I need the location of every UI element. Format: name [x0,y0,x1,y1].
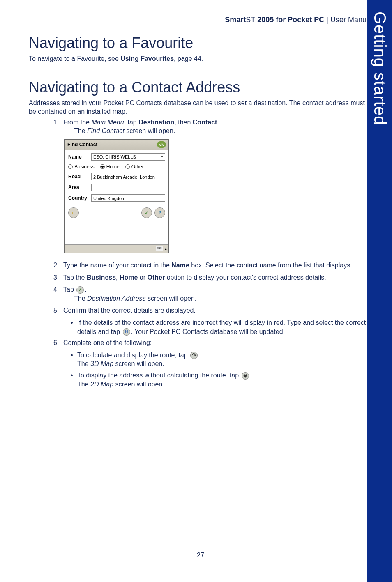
ppc-confirm-button[interactable]: ✓ [141,207,152,218]
ppc-title-text: Find Contact [67,142,97,147]
heading-fav: Navigating to a Favourite [29,35,372,52]
step-6-b1-sub: The 3D Map screen will open. [77,359,372,368]
ppc-road-input[interactable]: 2 Buckingham Arcade, London [91,173,165,180]
fav-intro: To navigate to a Favourite, see Using Fa… [29,54,372,63]
ppc-ok-button[interactable]: ok [157,141,166,148]
ppc-country-row: Country United Kingdom [68,194,165,202]
ppc-address-type-radios: Business Home Other [68,164,165,170]
brand-thin: ST [246,16,255,24]
running-header: SmartST 2005 for Pocket PC | User Manual [29,16,372,27]
radio-icon [100,164,105,169]
ppc-button-row: ← ✓ ? [68,205,165,228]
page-content: SmartST 2005 for Pocket PC | User Manual… [29,16,372,389]
save-icon [123,328,130,336]
check-icon [76,286,84,294]
brand-suffix: 2005 for Pocket PC [255,16,324,24]
ppc-up-icon[interactable]: ▴ [165,246,167,251]
ppc-radio-other[interactable]: Other [125,164,144,170]
step-6: 6. Complete one of the following: [53,338,372,347]
ppc-footer: ⌨ ▴ [65,244,168,253]
radio-icon [68,164,73,169]
doc-type: User Manual [330,16,372,24]
step-2: 2. Type the name of your contact in the … [53,261,372,270]
ppc-help-button[interactable]: ? [154,207,165,218]
ppc-back-button[interactable]: ← [68,207,79,218]
step-1: 1. From the Main Menu, tap Destination, … [53,118,372,136]
step-4-sub: The Destination Address screen will open… [74,294,372,303]
step-4: 4. Tap . The Destination Address screen … [53,285,372,303]
ppc-road-label: Road [68,174,91,179]
brand-strong: Smart [225,16,246,24]
eye-icon [242,372,249,380]
ppc-radio-home[interactable]: Home [100,164,120,170]
ppc-area-input[interactable] [91,184,165,191]
ppc-area-label: Area [68,184,91,190]
ppc-name-label: Name [68,154,91,160]
route-icon [190,352,198,359]
step-3: 3. Tap the Business, Home or Other optio… [53,273,372,282]
ppc-name-select[interactable]: ESQ. CHRIS WELLS [91,153,165,161]
heading-contact: Navigating to a Contact Address [29,79,372,96]
step-6-bullet-1: To calculate and display the route, tap … [66,351,372,368]
ppc-road-row: Road 2 Buckingham Arcade, London [68,173,165,180]
ppc-radio-business[interactable]: Business [68,164,95,170]
header-sep: | [324,16,330,24]
step-1-sub: The Find Contact screen will open. [74,127,372,136]
step-6-bullet-2: To display the address without calculati… [66,371,372,389]
step-5-bullet-1: If the details of the contact address ar… [66,318,372,336]
manual-page: Getting started SmartST 2005 for Pocket … [0,0,392,582]
ppc-body: Name ESQ. CHRIS WELLS Business Home Othe… [65,150,168,244]
contact-intro: Addresses stored in your Pocket PC Conta… [29,99,372,116]
ppc-titlebar: Find Contact ok [65,140,168,150]
page-footer: 27 [29,548,372,559]
ppc-country-label: Country [68,195,91,201]
step-5: 5. Confirm that the correct details are … [53,306,372,315]
page-number: 27 [197,552,204,559]
ppc-area-row: Area [68,184,165,191]
find-contact-screenshot: Find Contact ok Name ESQ. CHRIS WELLS Bu… [64,139,169,253]
ppc-country-input[interactable]: United Kingdom [91,194,165,202]
step-6-b2-sub: The 2D Map screen will open. [77,380,372,389]
ppc-name-row: Name ESQ. CHRIS WELLS [68,153,165,161]
ppc-keyboard-icon[interactable]: ⌨ [156,246,163,251]
sidebar-section-label: Getting started [371,12,389,125]
radio-icon [125,164,130,169]
